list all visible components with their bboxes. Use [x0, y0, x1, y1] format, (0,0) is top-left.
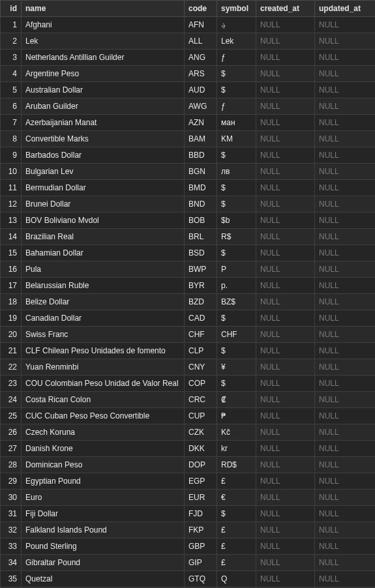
- table-row[interactable]: 11Bermudian DollarBMD$NULLNULL: [1, 180, 376, 196]
- cell-created-at[interactable]: NULL: [256, 33, 315, 50]
- cell-symbol[interactable]: $: [217, 82, 256, 98]
- cell-created-at[interactable]: NULL: [256, 164, 315, 180]
- table-row[interactable]: 14Brazilian RealBRLR$NULLNULL: [1, 229, 376, 245]
- cell-id[interactable]: 21: [1, 343, 22, 359]
- cell-code[interactable]: BZD: [185, 294, 217, 310]
- cell-id[interactable]: 13: [1, 213, 22, 229]
- cell-updated-at[interactable]: NULL: [315, 278, 376, 294]
- cell-created-at[interactable]: NULL: [256, 538, 315, 555]
- cell-created-at[interactable]: NULL: [256, 82, 315, 98]
- cell-code[interactable]: BWP: [185, 261, 217, 278]
- cell-name[interactable]: Gibraltar Pound: [22, 555, 185, 571]
- cell-symbol[interactable]: R$: [217, 229, 256, 245]
- cell-updated-at[interactable]: NULL: [315, 164, 376, 180]
- cell-updated-at[interactable]: NULL: [315, 555, 376, 571]
- cell-name[interactable]: Australian Dollar: [22, 82, 185, 98]
- cell-updated-at[interactable]: NULL: [315, 294, 376, 310]
- cell-id[interactable]: 2: [1, 33, 22, 50]
- cell-symbol[interactable]: p.: [217, 278, 256, 294]
- cell-symbol[interactable]: CHF: [217, 327, 256, 343]
- cell-updated-at[interactable]: NULL: [315, 98, 376, 115]
- table-row[interactable]: 13BOV Boliviano MvdolBOB$bNULLNULL: [1, 213, 376, 229]
- cell-created-at[interactable]: NULL: [256, 196, 315, 213]
- cell-created-at[interactable]: NULL: [256, 213, 315, 229]
- cell-created-at[interactable]: NULL: [256, 473, 315, 490]
- cell-code[interactable]: EGP: [185, 473, 217, 490]
- table-row[interactable]: 3Netherlands Antillian GuilderANGƒNULLNU…: [1, 50, 376, 66]
- cell-code[interactable]: DOP: [185, 457, 217, 473]
- cell-symbol[interactable]: $: [217, 66, 256, 82]
- table-row[interactable]: 12Brunei DollarBND$NULLNULL: [1, 196, 376, 213]
- cell-symbol[interactable]: $: [217, 375, 256, 392]
- cell-code[interactable]: BGN: [185, 164, 217, 180]
- cell-id[interactable]: 23: [1, 375, 22, 392]
- cell-updated-at[interactable]: NULL: [315, 115, 376, 131]
- cell-id[interactable]: 35: [1, 571, 22, 587]
- cell-updated-at[interactable]: NULL: [315, 17, 376, 33]
- cell-name[interactable]: BOV Boliviano Mvdol: [22, 213, 185, 229]
- cell-updated-at[interactable]: NULL: [315, 522, 376, 538]
- cell-created-at[interactable]: NULL: [256, 66, 315, 82]
- cell-id[interactable]: 26: [1, 424, 22, 441]
- cell-updated-at[interactable]: NULL: [315, 408, 376, 424]
- cell-symbol[interactable]: $b: [217, 213, 256, 229]
- cell-name[interactable]: Belarussian Ruble: [22, 278, 185, 294]
- cell-symbol[interactable]: Q: [217, 571, 256, 587]
- cell-code[interactable]: ANG: [185, 50, 217, 66]
- cell-created-at[interactable]: NULL: [256, 310, 315, 327]
- table-row[interactable]: 30EuroEUR€NULLNULL: [1, 490, 376, 506]
- cell-code[interactable]: CNY: [185, 359, 217, 375]
- cell-symbol[interactable]: Kč: [217, 424, 256, 441]
- cell-id[interactable]: 12: [1, 196, 22, 213]
- cell-name[interactable]: Bahamian Dollar: [22, 245, 185, 261]
- cell-code[interactable]: CAD: [185, 310, 217, 327]
- table-row[interactable]: 34Gibraltar PoundGIP£NULLNULL: [1, 555, 376, 571]
- table-row[interactable]: 5Australian DollarAUD$NULLNULL: [1, 82, 376, 98]
- cell-name[interactable]: Quetzal: [22, 571, 185, 587]
- cell-id[interactable]: 7: [1, 115, 22, 131]
- cell-name[interactable]: Czech Koruna: [22, 424, 185, 441]
- cell-code[interactable]: DKK: [185, 441, 217, 457]
- cell-code[interactable]: AFN: [185, 17, 217, 33]
- cell-code[interactable]: BSD: [185, 245, 217, 261]
- cell-name[interactable]: CLF Chilean Peso Unidades de fomento: [22, 343, 185, 359]
- cell-symbol[interactable]: £: [217, 522, 256, 538]
- cell-code[interactable]: CLP: [185, 343, 217, 359]
- cell-symbol[interactable]: $: [217, 147, 256, 164]
- cell-code[interactable]: BAM: [185, 131, 217, 147]
- table-row[interactable]: 21CLF Chilean Peso Unidades de fomentoCL…: [1, 343, 376, 359]
- cell-code[interactable]: AUD: [185, 82, 217, 98]
- cell-updated-at[interactable]: NULL: [315, 261, 376, 278]
- table-row[interactable]: 32Falkland Islands PoundFKP£NULLNULL: [1, 522, 376, 538]
- cell-symbol[interactable]: ƒ: [217, 98, 256, 115]
- table-row[interactable]: 7Azerbaijanian ManatAZNманNULLNULL: [1, 115, 376, 131]
- cell-id[interactable]: 34: [1, 555, 22, 571]
- cell-symbol[interactable]: ₡: [217, 392, 256, 408]
- cell-name[interactable]: COU Colombian Peso Unidad de Valor Real: [22, 375, 185, 392]
- cell-created-at[interactable]: NULL: [256, 147, 315, 164]
- cell-symbol[interactable]: BZ$: [217, 294, 256, 310]
- cell-created-at[interactable]: NULL: [256, 17, 315, 33]
- cell-name[interactable]: Convertible Marks: [22, 131, 185, 147]
- cell-name[interactable]: Euro: [22, 490, 185, 506]
- cell-created-at[interactable]: NULL: [256, 506, 315, 522]
- cell-id[interactable]: 15: [1, 245, 22, 261]
- cell-updated-at[interactable]: NULL: [315, 33, 376, 50]
- cell-name[interactable]: Fiji Dollar: [22, 506, 185, 522]
- cell-code[interactable]: BRL: [185, 229, 217, 245]
- cell-created-at[interactable]: NULL: [256, 98, 315, 115]
- column-header-symbol[interactable]: symbol: [217, 1, 256, 17]
- cell-created-at[interactable]: NULL: [256, 343, 315, 359]
- cell-updated-at[interactable]: NULL: [315, 506, 376, 522]
- cell-id[interactable]: 27: [1, 441, 22, 457]
- cell-id[interactable]: 33: [1, 538, 22, 555]
- cell-id[interactable]: 14: [1, 229, 22, 245]
- cell-updated-at[interactable]: NULL: [315, 229, 376, 245]
- table-row[interactable]: 9Barbados DollarBBD$NULLNULL: [1, 147, 376, 164]
- cell-id[interactable]: 24: [1, 392, 22, 408]
- cell-updated-at[interactable]: NULL: [315, 375, 376, 392]
- cell-updated-at[interactable]: NULL: [315, 131, 376, 147]
- cell-symbol[interactable]: €: [217, 490, 256, 506]
- cell-symbol[interactable]: P: [217, 261, 256, 278]
- cell-updated-at[interactable]: NULL: [315, 490, 376, 506]
